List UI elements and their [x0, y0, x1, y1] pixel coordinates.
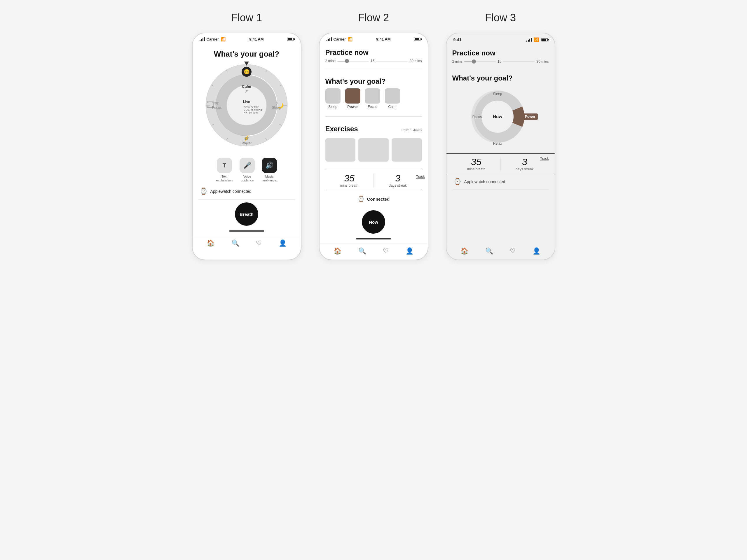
- f2-track-link[interactable]: Track: [416, 175, 425, 179]
- flow2-column: Flow 2 Carrier 📶 9:41 AM: [319, 12, 428, 260]
- f2-goal-section: What's your goal? Sleep Power Focus: [319, 73, 428, 116]
- svg-text:CO2: 45 mmHg: CO2: 45 mmHg: [243, 108, 262, 111]
- flow3-column: Flow 3 9:41 📶: [446, 12, 555, 260]
- flow2-content: Practice now 2 mins 15 30 mins: [319, 44, 428, 260]
- svg-text:HRV:  70 ms²: HRV: 70 ms²: [243, 105, 259, 108]
- nav-search-icon[interactable]: 🔍: [231, 239, 239, 247]
- svg-text:Relax: Relax: [493, 141, 502, 145]
- flow1-watch-row: ⌚ Applewatch connected: [192, 185, 301, 198]
- goal-focus[interactable]: Focus: [365, 88, 380, 109]
- f2-connected-label: Connected: [367, 196, 390, 202]
- flow1-title: Flow 1: [231, 12, 262, 24]
- f3-spacer: [446, 191, 555, 243]
- voice-button[interactable]: 🎤: [239, 158, 255, 173]
- f3-divider: [452, 190, 549, 190]
- f2-battery-icon: [414, 37, 420, 41]
- nav-home-icon[interactable]: 🏠: [207, 239, 214, 247]
- time-label: 9:41 AM: [249, 37, 263, 42]
- svg-text:30': 30': [214, 102, 218, 105]
- goal-calm-label: Calm: [388, 105, 396, 109]
- f2-slider-track2: [376, 61, 408, 61]
- wheel-emoji: 😊: [241, 67, 252, 77]
- flow2-status-bar: Carrier 📶 9:41 AM: [319, 33, 428, 44]
- f2-slider-track[interactable]: [337, 61, 369, 61]
- f2-carrier: Carrier: [334, 37, 346, 42]
- goal-calm-box: [385, 88, 400, 104]
- wifi-icon: 📶: [221, 37, 226, 42]
- f3-practice-section: Practice now 2 mins 15 30 mins: [446, 44, 555, 70]
- f3-track-link[interactable]: Track: [540, 157, 549, 161]
- f2-line1: [325, 69, 422, 69]
- exercise-box-3[interactable]: [392, 138, 422, 162]
- f3-nav-search[interactable]: 🔍: [485, 247, 493, 255]
- f2-battery-fill: [415, 38, 419, 40]
- svg-text:Power: Power: [241, 141, 252, 145]
- svg-text:Focus: Focus: [472, 115, 482, 119]
- f3-nav-heart[interactable]: ♡: [510, 247, 516, 255]
- exercise-box-1[interactable]: [325, 138, 356, 162]
- f3-stat-breath-label: mins breath: [467, 167, 486, 171]
- exercise-box-2[interactable]: [358, 138, 389, 162]
- f2-practice-title: Practice now: [325, 48, 422, 57]
- svg-text:2': 2': [246, 90, 248, 94]
- watch-icon: ⌚: [200, 188, 207, 195]
- f3-watch-icon: ⌚: [454, 178, 461, 186]
- f2-exercises-section: Exercises Power · 4mins: [319, 120, 428, 170]
- practice-section: Practice now 2 mins 15 30 mins: [319, 44, 428, 69]
- flow3-title: Flow 3: [485, 12, 516, 24]
- goal-focus-label: Focus: [368, 105, 377, 109]
- f2-stat-streak-label: days streak: [389, 183, 407, 188]
- f2-nav-profile[interactable]: 👤: [406, 247, 413, 255]
- f2-spacer: [319, 207, 428, 209]
- f3-slider-fill: [464, 61, 472, 62]
- f2-signal-icon: [327, 37, 332, 41]
- svg-text:Now: Now: [493, 114, 502, 119]
- goal-focus-box: [365, 88, 380, 104]
- f2-goals-row: Sleep Power Focus Calm: [325, 88, 422, 109]
- f3-slider-thumb[interactable]: [472, 59, 476, 63]
- flow1-phone: Carrier 📶 9:41 AM What's your goal?: [192, 33, 302, 260]
- f3-stat-streak-num: 3: [522, 157, 527, 166]
- music-button[interactable]: 🔊: [262, 158, 277, 173]
- f3-wifi-icon: 📶: [534, 37, 539, 42]
- goal-calm[interactable]: Calm: [385, 88, 400, 109]
- f2-slider-thumb[interactable]: [345, 59, 349, 63]
- f2-status-left: Carrier 📶: [327, 37, 353, 42]
- f2-goal-title: What's your goal?: [325, 77, 422, 85]
- f2-stat-streak: 3 days streak Track: [374, 174, 422, 188]
- f2-exercises-header: Exercises Power · 4mins: [325, 125, 422, 135]
- f2-slider-min: 2 mins: [325, 59, 336, 63]
- f2-slider-row: 2 mins 15 30 mins: [325, 59, 422, 63]
- f2-stat-breath-num: 35: [344, 174, 355, 183]
- goal-sleep[interactable]: Sleep: [325, 88, 340, 109]
- home-bar: [229, 231, 264, 232]
- f2-watch-icon: ⌚: [357, 195, 365, 203]
- flow2-title: Flow 2: [358, 12, 389, 24]
- f3-goal-title: What's your goal?: [452, 74, 549, 82]
- f3-stat-breath-num: 35: [471, 157, 482, 166]
- f3-nav-home[interactable]: 🏠: [460, 247, 468, 255]
- watch-label: Applewatch connected: [210, 189, 252, 194]
- f2-line2: [325, 116, 422, 117]
- f3-slider-track[interactable]: [464, 61, 496, 62]
- f3-nav-profile[interactable]: 👤: [533, 247, 540, 255]
- svg-text:Calm: Calm: [242, 84, 251, 89]
- breath-button[interactable]: Breath: [235, 203, 258, 226]
- text-button[interactable]: T: [217, 158, 232, 173]
- f2-slider-mid: 15: [370, 59, 375, 63]
- nav-heart-icon[interactable]: ♡: [256, 239, 262, 247]
- music-label: Musicambiance: [262, 175, 276, 182]
- f2-nav-search[interactable]: 🔍: [358, 247, 366, 255]
- goal-power[interactable]: Power: [345, 88, 360, 109]
- flow3-bottom-nav: 🏠 🔍 ♡ 👤: [446, 243, 555, 260]
- f2-nav-heart[interactable]: ♡: [383, 247, 389, 255]
- svg-text:RR:    15 bpm: RR: 15 bpm: [243, 111, 258, 114]
- f2-nav-home[interactable]: 🏠: [334, 247, 341, 255]
- f3-slider-row: 2 mins 15 30 mins: [452, 59, 549, 63]
- divider1: [199, 199, 295, 199]
- nav-profile-icon[interactable]: 👤: [279, 239, 287, 247]
- power-label: Power: [523, 113, 538, 120]
- f3-battery-icon: [541, 38, 548, 42]
- now-button[interactable]: Now: [362, 210, 385, 234]
- f3-signal-icon: [526, 38, 532, 42]
